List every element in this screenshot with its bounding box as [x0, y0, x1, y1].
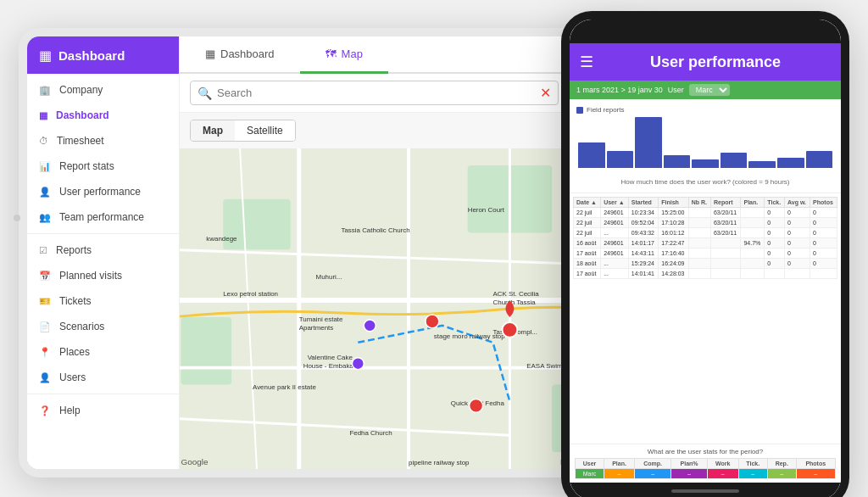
- th-user: User ▲: [601, 198, 629, 208]
- table-row: 17 août...14:01:4114:28:03: [574, 269, 837, 279]
- svg-text:pipeline railway stop: pipeline railway stop: [409, 459, 470, 466]
- sidebar-item-scenarios[interactable]: 📄 Scenarios: [27, 314, 179, 339]
- th-report: Report: [710, 198, 741, 208]
- svg-text:Heron Court: Heron Court: [468, 206, 505, 214]
- sidebar-item-user-performance[interactable]: 👤 User performance: [27, 179, 179, 204]
- svg-point-34: [426, 315, 439, 328]
- svg-point-35: [502, 322, 517, 338]
- sidebar-item-help[interactable]: ❓ Help: [27, 398, 179, 423]
- chart-bar-4: [692, 159, 719, 168]
- table-row: 22 juil...09:43:3216:01:1263/20/11000: [574, 228, 837, 238]
- th-started: Started: [628, 198, 659, 208]
- sidebar-label-dashboard: Dashboard: [56, 109, 109, 121]
- svg-point-36: [470, 399, 483, 412]
- svg-text:Church Tassia: Church Tassia: [493, 299, 537, 306]
- sidebar-item-report-stats[interactable]: 📊 Report stats: [27, 154, 179, 179]
- table-row: 17 août24960114:43:1117:16:40000: [574, 248, 837, 259]
- map-type-buttons: Map Satellite: [190, 120, 296, 142]
- phone-chart-area: Field reports How much tim: [570, 99, 841, 193]
- th-planned: Plan.: [741, 198, 765, 208]
- map-type-satellite-button[interactable]: Satellite: [235, 120, 295, 141]
- phone-header: ☰ User performance: [570, 43, 841, 81]
- sidebar-item-dashboard[interactable]: ▦ Dashboard: [27, 103, 179, 128]
- sidebar-item-places[interactable]: 📍 Places: [27, 339, 179, 365]
- legend-label: Field reports: [587, 106, 624, 114]
- sth-plan-pct: Plan%: [671, 459, 707, 469]
- phone: ☰ User performance 1 mars 2021 > 19 janv…: [561, 11, 849, 497]
- phone-filter-user-select[interactable]: Marc: [689, 84, 730, 96]
- sth-compl: Comp.: [634, 459, 670, 469]
- sth-user: User: [576, 459, 604, 469]
- chart-bar-7: [777, 158, 804, 168]
- phone-notch-bar: [570, 20, 841, 43]
- phone-filter-bar: 1 mars 2021 > 19 janv 30 User Marc: [570, 81, 841, 99]
- sidebar-item-tickets[interactable]: 🎫 Tickets: [27, 288, 179, 314]
- tab-map[interactable]: 🗺 Map: [300, 36, 388, 74]
- stats-row: Marc – – – – – – –: [576, 469, 836, 479]
- chart-bar-2: [635, 117, 662, 168]
- sidebar: ▦ Dashboard 🏢 Company ▦ Dashboard ⏱ Time…: [27, 36, 180, 469]
- phone-stats-title: What are the user stats for the period?: [575, 448, 836, 455]
- sidebar-label-scenarios: Scenarios: [59, 321, 104, 332]
- sidebar-label-users: Users: [59, 371, 86, 383]
- svg-rect-3: [181, 317, 231, 385]
- tablet: ▦ Dashboard 🏢 Company ▦ Dashboard ⏱ Time…: [19, 28, 654, 477]
- search-icon: 🔍: [198, 87, 212, 100]
- chart-bar-0: [578, 142, 605, 168]
- chart-bar-3: [664, 155, 691, 168]
- sidebar-label-reports: Reports: [56, 244, 92, 256]
- sidebar-item-company[interactable]: 🏢 Company: [27, 77, 179, 103]
- svg-text:Avenue park II estate: Avenue park II estate: [253, 383, 316, 391]
- svg-text:Muhuri...: Muhuri...: [316, 273, 342, 281]
- phone-filter-date: 1 mars 2021 > 19 janv 30: [576, 86, 663, 94]
- chart-bars: [576, 117, 834, 168]
- svg-text:Google: Google: [181, 457, 209, 466]
- svg-text:Tassia Catholic Church: Tassia Catholic Church: [341, 226, 409, 234]
- svg-text:Tumaini estate: Tumaini estate: [299, 316, 343, 323]
- chart-bar-5: [721, 153, 748, 168]
- home-bar: [671, 489, 739, 493]
- sidebar-item-users[interactable]: 👤 Users: [27, 365, 179, 390]
- sidebar-label-company: Company: [59, 84, 103, 96]
- phone-menu-icon[interactable]: ☰: [580, 53, 593, 71]
- sidebar-label-places: Places: [59, 346, 90, 358]
- chart-legend: Field reports: [576, 106, 834, 114]
- sidebar-label-team-performance: Team performance: [59, 211, 144, 223]
- table-row: 22 juil24960110:23:3415:25:0063/20/11000: [574, 208, 837, 218]
- th-photos: Photos: [810, 198, 837, 208]
- sidebar-label-planned-visits: Planned visits: [59, 270, 122, 282]
- search-input[interactable]: [217, 87, 535, 99]
- scene: ▦ Dashboard 🏢 Company ▦ Dashboard ⏱ Time…: [19, 11, 849, 486]
- table-body: 22 juil24960110:23:3415:25:0063/20/11000…: [574, 208, 837, 279]
- legend-dot: [576, 107, 583, 114]
- svg-text:Lexo petrol station: Lexo petrol station: [223, 290, 278, 298]
- phone-title: User performance: [600, 53, 831, 71]
- sth-workd: Work: [707, 459, 738, 469]
- th-date: Date ▲: [574, 198, 601, 208]
- th-nbr: Nb R.: [688, 198, 710, 208]
- sidebar-label-user-performance: User performance: [59, 186, 141, 198]
- map-type-map-button[interactable]: Map: [191, 120, 235, 141]
- sth-tickets: Tick.: [738, 459, 767, 469]
- sth-report: Rep.: [768, 459, 796, 469]
- table-row: 22 juil24960109:52:0417:10:2863/20/11000: [574, 218, 837, 228]
- svg-text:Fedha Church: Fedha Church: [349, 429, 392, 437]
- chart-subtitle: How much time does the user work? (color…: [576, 178, 834, 186]
- search-box[interactable]: 🔍 ✕: [190, 81, 559, 105]
- search-clear-icon[interactable]: ✕: [540, 85, 551, 101]
- stats-body: Marc – – – – – – –: [576, 469, 836, 479]
- chart-bar-6: [748, 161, 776, 168]
- sidebar-label-report-stats: Report stats: [59, 160, 114, 172]
- table-row: 16 août24960114:01:1717:22:4794.7%000: [574, 238, 837, 248]
- phone-bottom-section: What are the user stats for the period? …: [570, 444, 841, 483]
- sidebar-label-timesheet: Timesheet: [57, 135, 104, 147]
- sidebar-item-team-performance[interactable]: 👥 Team performance: [27, 204, 179, 230]
- sth-photos: Photos: [796, 459, 836, 469]
- svg-text:House - Embakasi: House - Embakasi: [303, 362, 359, 370]
- sidebar-item-planned-visits[interactable]: 📅 Planned visits: [27, 263, 179, 288]
- sidebar-label-help: Help: [59, 405, 81, 416]
- sidebar-item-reports[interactable]: ☑ Reports: [27, 237, 179, 263]
- svg-text:Apartments: Apartments: [299, 324, 334, 332]
- sidebar-item-timesheet[interactable]: ⏱ Timesheet: [27, 128, 179, 154]
- tab-dashboard[interactable]: ▦ Dashboard: [180, 36, 300, 74]
